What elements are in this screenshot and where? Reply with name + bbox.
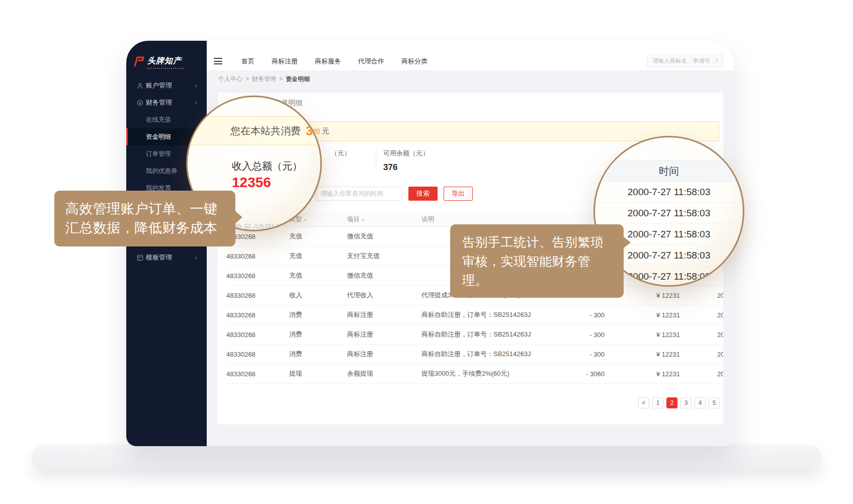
cell-time: 2000-7-27 11:58:03 bbox=[685, 292, 723, 299]
nav-item-trademark-services[interactable]: 商标服务 bbox=[315, 57, 341, 66]
cell-amount: - 3060 bbox=[553, 370, 609, 378]
trademark-search-input[interactable] bbox=[647, 54, 723, 67]
callout-left: 高效管理账户订单、一键汇总数据，降低财务成本 bbox=[54, 191, 235, 246]
lens-banner: 您在本站共消费 32124 bbox=[186, 116, 322, 145]
cell-project: 商标注册 bbox=[347, 310, 421, 319]
sidebar-item-label: 模板管理 bbox=[146, 253, 172, 262]
cell-order: 48330268 bbox=[226, 272, 289, 280]
callout-right: 告别手工统计、告别繁琐审核，实现智能财务管理。 bbox=[450, 224, 624, 298]
cell-order: 48330268 bbox=[226, 351, 289, 358]
lens-time-header: 时间 bbox=[595, 160, 743, 182]
export-button[interactable]: 导出 bbox=[444, 187, 473, 201]
cell-order: 48330268 bbox=[226, 311, 289, 319]
filter-row: 搜索 导出 bbox=[316, 187, 473, 201]
cell-type: 收入 bbox=[289, 291, 347, 300]
header-type[interactable]: 类型∨ bbox=[289, 215, 347, 224]
cell-amount: - 300 bbox=[553, 331, 609, 339]
lens-income-label: 收入总额（元） bbox=[232, 159, 302, 173]
table-row: 48330268提现余额提现提现3000元，手续费2%(60元)- 3060¥ … bbox=[226, 364, 723, 384]
sidebar-item-label: 账户管理 bbox=[146, 81, 172, 90]
banner-unit: 元 bbox=[322, 127, 329, 136]
breadcrumb-personal-center[interactable]: 个人中心 bbox=[218, 75, 242, 83]
cell-type: 消费 bbox=[289, 330, 347, 339]
nav-item-agency-cooperation[interactable]: 代理合作 bbox=[358, 57, 384, 66]
logo-icon bbox=[133, 56, 145, 68]
cell-balance: ¥ 12231 bbox=[609, 331, 685, 339]
cell-desc: 商标自助注册，订单号：SB2514263J bbox=[421, 350, 553, 359]
cell-time: 2000-7-27 11:58:03 bbox=[685, 331, 723, 339]
cell-project: 代理收入 bbox=[347, 291, 421, 300]
top-nav-links: 首页 商标注册 商标服务 代理合作 商标分类 bbox=[241, 57, 428, 66]
stat-available-balance: 可用余额（元） 376 bbox=[383, 149, 429, 173]
cell-project: 微信充值 bbox=[347, 232, 421, 241]
user-icon bbox=[137, 82, 143, 89]
cell-balance: ¥ 12231 bbox=[609, 351, 685, 358]
chevron-down-icon: ∨ bbox=[194, 83, 198, 88]
nav-item-home[interactable]: 首页 bbox=[241, 57, 254, 66]
cell-order: 48330268 bbox=[226, 253, 289, 260]
header-project[interactable]: 项目∨ bbox=[347, 215, 421, 224]
sidebar-item-label: 财务管理 bbox=[146, 98, 172, 107]
breadcrumb-finance[interactable]: 财务管理 bbox=[252, 75, 276, 83]
breadcrumb-separator: > bbox=[279, 75, 283, 82]
laptop-base bbox=[32, 445, 821, 469]
page-button-4[interactable]: 4 bbox=[695, 397, 706, 408]
cell-type: 充值 bbox=[289, 251, 347, 261]
stat-expense: （元） bbox=[331, 149, 351, 158]
page-button-1[interactable]: 1 bbox=[652, 397, 663, 408]
nav-item-trademark-register[interactable]: 商标注册 bbox=[272, 57, 298, 66]
sidebar-item-online-recharge[interactable]: 在线充值 bbox=[126, 111, 207, 128]
date-range-input[interactable] bbox=[316, 187, 402, 201]
cell-desc: 商标自助注册，订单号：SB2514263J bbox=[421, 330, 553, 339]
cell-balance: ¥ 12231 bbox=[609, 311, 685, 319]
sort-caret-icon[interactable]: ∨ bbox=[304, 218, 307, 222]
cell-type: 消费 bbox=[289, 310, 347, 319]
breadcrumb-separator: > bbox=[245, 75, 249, 82]
laptop-mockup: 头牌知产 账户管理 ∨ 财务管理 ∧ 在线充值 资金明细 bbox=[0, 0, 853, 504]
table-row: 48330268消费商标注册商标自助注册，订单号：SB2514263J- 300… bbox=[226, 325, 723, 345]
cell-order: 48330268 bbox=[226, 370, 289, 378]
cell-project: 商标注册 bbox=[347, 330, 421, 339]
brand-logo[interactable]: 头牌知产 bbox=[126, 41, 207, 69]
cell-time: 2000-7-27 11:58:03 bbox=[685, 351, 723, 358]
table-row: 48330268消费商标注册商标自助注册，订单号：SB2514263J- 300… bbox=[226, 345, 723, 364]
logo-underline bbox=[147, 68, 184, 69]
sidebar-item-account[interactable]: 账户管理 ∨ bbox=[126, 77, 207, 94]
hamburger-icon[interactable] bbox=[214, 58, 222, 64]
cell-order: 48330268 bbox=[226, 331, 289, 339]
page-button-5[interactable]: 5 bbox=[709, 397, 720, 408]
lens-banner-text: 您在本站共消费 bbox=[230, 124, 301, 138]
sidebar-item-finance[interactable]: 财务管理 ∧ bbox=[126, 94, 207, 111]
cell-type: 充值 bbox=[289, 271, 347, 280]
cell-amount: - 300 bbox=[553, 311, 609, 319]
cell-type: 消费 bbox=[289, 350, 347, 359]
brand-name: 头牌知产 bbox=[147, 56, 184, 66]
sort-caret-icon[interactable]: ∨ bbox=[362, 218, 365, 222]
stat-label: （元） bbox=[331, 149, 351, 158]
breadcrumb-funds-detail: 资金明细 bbox=[286, 75, 310, 83]
cell-desc: 提现3000元，手续费2%(60元) bbox=[421, 369, 553, 378]
chevron-down-icon: ∨ bbox=[194, 255, 198, 260]
template-icon bbox=[137, 255, 143, 261]
sidebar-item-templates[interactable]: 模板管理 ∨ bbox=[126, 249, 207, 266]
search-button[interactable]: 搜索 bbox=[408, 187, 438, 201]
cell-project: 支付宝充值 bbox=[347, 251, 421, 261]
stat-value: 376 bbox=[383, 162, 429, 173]
cell-project: 微信充值 bbox=[347, 271, 421, 280]
cell-project: 商标注册 bbox=[347, 350, 421, 359]
cell-balance: ¥ 12231 bbox=[609, 370, 685, 378]
cell-project: 余额提现 bbox=[347, 369, 421, 378]
lens-time-row: 2000-7-27 11:58:03 bbox=[595, 203, 743, 224]
nav-item-trademark-classes[interactable]: 商标分类 bbox=[401, 57, 428, 66]
date-input-field[interactable] bbox=[320, 190, 401, 197]
table-row: 48330268消费商标注册商标自助注册，订单号：SB2514263J- 300… bbox=[226, 305, 723, 325]
page-button-3[interactable]: 3 bbox=[680, 397, 692, 408]
lens-income-value: 12356 bbox=[232, 175, 271, 191]
header-description: 说明 bbox=[421, 215, 553, 224]
stat-label: 可用余额（元） bbox=[383, 149, 429, 158]
top-navbar: 首页 商标注册 商标服务 代理合作 商标分类 bbox=[207, 41, 733, 71]
pagination: < 1 2 3 4 5 bbox=[638, 397, 720, 408]
page-button-2[interactable]: 2 bbox=[666, 397, 677, 408]
prev-page-button[interactable]: < bbox=[638, 397, 649, 408]
breadcrumb: 个人中心 > 财务管理 > 资金明细 bbox=[207, 71, 733, 87]
